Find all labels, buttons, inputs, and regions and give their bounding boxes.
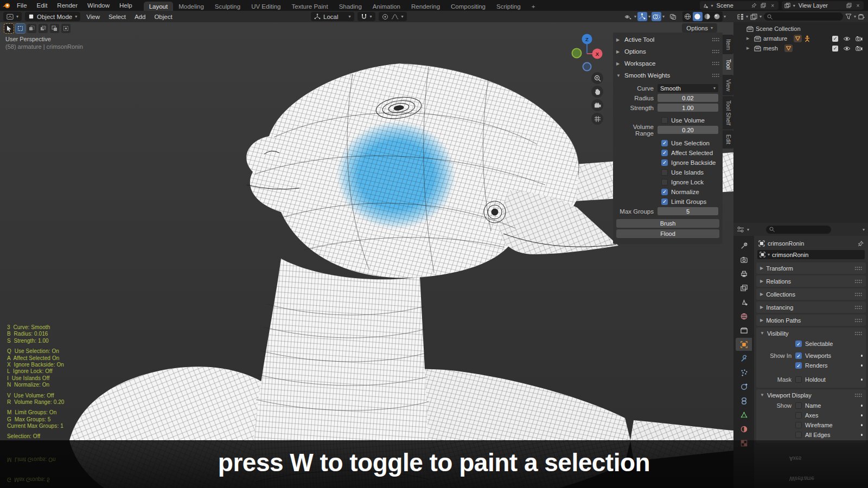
ignore-lock-checkbox[interactable] xyxy=(661,179,668,185)
object-name-field[interactable]: ▾ crimsonRonin xyxy=(757,250,865,259)
proportional-editing-controls[interactable]: ▾ xyxy=(379,12,407,21)
menu-help[interactable]: Help xyxy=(114,0,137,11)
workspace-tab-layout[interactable]: Layout xyxy=(144,2,174,11)
animate-dot-icon[interactable] xyxy=(861,364,863,367)
wireframe-checkbox[interactable] xyxy=(795,422,802,428)
viewports-checkbox[interactable] xyxy=(795,352,802,359)
workspace-tab-texture-paint[interactable]: Texture Paint xyxy=(286,2,334,11)
use-islands-checkbox[interactable] xyxy=(661,169,668,176)
drag-handle-icon[interactable] xyxy=(854,393,862,397)
workspace-tab-animation[interactable]: Animation xyxy=(367,2,406,11)
drag-handle-icon[interactable] xyxy=(854,266,862,271)
tab-tool[interactable] xyxy=(736,239,752,252)
navigation-gizmo[interactable]: Z X xyxy=(569,32,605,73)
workspace-tab-uv-editing[interactable]: UV Editing xyxy=(246,2,286,11)
pin-icon[interactable] xyxy=(858,241,864,247)
workspace-tab-shading[interactable]: Shading xyxy=(334,2,367,11)
drag-handle-icon[interactable] xyxy=(854,279,862,284)
tab-scene[interactable] xyxy=(736,296,752,309)
sidebar-tab-view[interactable]: View xyxy=(723,75,733,96)
renders-checkbox[interactable] xyxy=(795,362,802,369)
tab-collection[interactable] xyxy=(736,324,752,337)
select-subtract-mode-button[interactable] xyxy=(39,24,48,33)
zoom-view-button[interactable] xyxy=(591,72,603,84)
animate-dot-icon[interactable] xyxy=(861,424,863,426)
blender-logo-icon[interactable] xyxy=(0,0,12,11)
menu-view[interactable]: View xyxy=(82,14,104,20)
overlays-toggle-button[interactable] xyxy=(652,12,661,21)
drag-handle-icon[interactable] xyxy=(854,331,862,336)
use-selection-checkbox[interactable] xyxy=(661,140,668,146)
curve-dropdown[interactable]: Smooth ▾ xyxy=(658,84,718,93)
menu-edit[interactable]: Edit xyxy=(32,0,53,11)
gizmos-toggle-button[interactable] xyxy=(637,12,647,21)
add-workspace-button[interactable]: + xyxy=(526,2,541,11)
tab-render[interactable] xyxy=(736,253,752,266)
tab-object[interactable] xyxy=(736,338,752,351)
drag-handle-icon[interactable] xyxy=(854,292,862,297)
tab-material[interactable] xyxy=(736,422,752,435)
gizmo-y-axis[interactable] xyxy=(572,49,582,58)
workspace-tab-compositing[interactable]: Compositing xyxy=(445,2,491,11)
name-checkbox[interactable] xyxy=(795,402,802,409)
viewport-3d[interactable]: Options ▾ User Perspective (58) armature… xyxy=(0,22,733,440)
selectable-checkbox[interactable] xyxy=(795,341,802,347)
sidebar-tab-tool[interactable]: Tool xyxy=(723,55,733,74)
axes-checkbox[interactable] xyxy=(795,412,802,419)
new-collection-icon[interactable] xyxy=(858,14,865,20)
mode-selector[interactable]: Object Mode ▾ xyxy=(25,12,80,21)
sidebar-tab-item[interactable]: Item xyxy=(723,35,733,54)
pin-icon[interactable] xyxy=(751,2,758,9)
tab-object-data[interactable] xyxy=(736,408,752,421)
chevron-down-icon[interactable]: ▾ xyxy=(863,227,865,232)
tab-world[interactable] xyxy=(736,310,752,323)
drag-handle-icon[interactable] xyxy=(854,318,862,323)
animate-dot-icon[interactable] xyxy=(861,434,863,436)
menu-object[interactable]: Object xyxy=(150,14,176,20)
panel-smooth-weights[interactable]: ▼ Smooth Weights xyxy=(613,69,723,81)
radius-field[interactable]: 0.02 xyxy=(658,94,718,102)
expand-arrow-icon[interactable]: ▶ xyxy=(746,46,752,50)
chevron-down-icon[interactable]: ▾ xyxy=(634,14,636,19)
workspace-tab-modeling[interactable]: Modeling xyxy=(173,2,209,11)
max-groups-field[interactable]: 5 xyxy=(658,207,718,215)
drag-handle-icon[interactable] xyxy=(712,49,719,54)
chevron-down-icon[interactable]: ▾ xyxy=(648,14,650,19)
chevron-down-icon[interactable]: ▾ xyxy=(746,14,748,19)
ignore-backside-checkbox[interactable] xyxy=(661,159,668,166)
use-volume-checkbox[interactable] xyxy=(661,117,668,124)
outliner-editor-icon[interactable] xyxy=(737,14,744,20)
outliner-search-input[interactable] xyxy=(764,12,843,21)
close-icon[interactable]: × xyxy=(769,2,776,9)
panel-workspace[interactable]: ▶ Workspace xyxy=(613,57,723,69)
normalize-checkbox[interactable] xyxy=(661,189,668,195)
affect-selected-checkbox[interactable] xyxy=(661,150,668,156)
chevron-down-icon[interactable]: ▾ xyxy=(854,14,856,19)
flood-button[interactable]: Flood xyxy=(616,229,719,238)
chevron-down-icon[interactable]: ▾ xyxy=(747,227,749,232)
selectable-checkbox[interactable]: ✓ xyxy=(832,36,838,42)
strength-field[interactable]: 1.00 xyxy=(658,104,718,112)
menu-render[interactable]: Render xyxy=(52,0,82,11)
brush-button[interactable]: Brush xyxy=(616,219,719,228)
animate-dot-icon[interactable] xyxy=(861,355,863,357)
animate-dot-icon[interactable] xyxy=(861,404,863,407)
drag-handle-icon[interactable] xyxy=(712,73,719,78)
shading-rendered-button[interactable] xyxy=(712,12,722,21)
snap-controls[interactable]: ▾ xyxy=(358,12,375,21)
tab-physics[interactable] xyxy=(736,380,752,393)
editor-type-selector[interactable]: ▾ xyxy=(3,12,22,21)
view-layer-selector[interactable]: ▾ View Layer × xyxy=(782,1,864,10)
copy-icon[interactable] xyxy=(845,2,852,9)
move-view-button[interactable] xyxy=(591,86,603,98)
drag-handle-icon[interactable] xyxy=(712,37,719,42)
panel-motion-paths[interactable]: ▶Motion Paths xyxy=(756,314,866,326)
display-mode-icon[interactable] xyxy=(750,14,757,20)
menu-add[interactable]: Add xyxy=(130,14,150,20)
tab-constraints[interactable] xyxy=(736,394,752,407)
gizmo-minus-z-axis[interactable] xyxy=(583,63,591,71)
mesh-data-badge[interactable] xyxy=(784,44,793,52)
animate-dot-icon[interactable] xyxy=(861,414,863,416)
perspective-toggle-button[interactable] xyxy=(591,113,603,125)
eye-icon[interactable] xyxy=(843,46,851,51)
